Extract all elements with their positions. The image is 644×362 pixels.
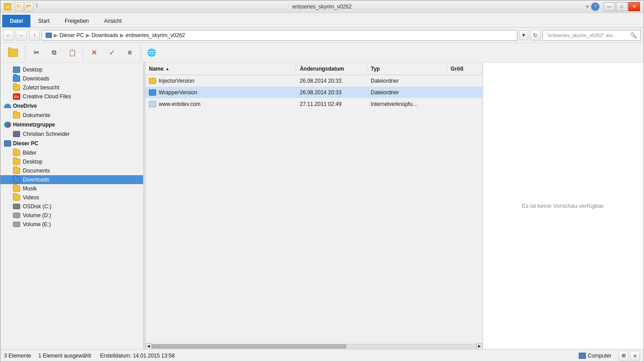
- title-bar-separator: |: [36, 2, 38, 11]
- scroll-thumb[interactable]: [152, 345, 346, 348]
- file-area: Name ▲ Änderungsdatum Typ Größ: [145, 63, 483, 349]
- file-date-injector: 26.08.2014 20:33: [296, 78, 367, 84]
- maximize-button[interactable]: □: [616, 2, 627, 11]
- properties-button[interactable]: ≡: [121, 44, 138, 61]
- tab-freigeben[interactable]: Freigeben: [57, 15, 97, 27]
- sidebar-section-heimnetz[interactable]: Heimnetzgruppe: [0, 120, 143, 130]
- back-button[interactable]: ←: [3, 30, 14, 41]
- status-left: 3 Elemente 1 Element ausgewählt: [4, 353, 91, 359]
- sidebar-item-dokumente[interactable]: Dokumente: [0, 111, 143, 120]
- sidebar-item-videos[interactable]: Videos: [0, 193, 143, 202]
- link-icon: [149, 101, 156, 107]
- folder-up-icon[interactable]: 📂: [25, 2, 34, 11]
- sidebar-item-desktop2-label: Desktop: [23, 159, 42, 165]
- sidebar-item-downloads-pc[interactable]: Downloads: [0, 175, 143, 184]
- tab-datei[interactable]: Datei: [2, 15, 30, 27]
- sidebar-section-onedrive[interactable]: OneDrive: [0, 101, 143, 111]
- file-list: InjectorVersion 26.08.2014 20:33 Dateior…: [145, 75, 483, 343]
- sidebar-item-downloads-quick[interactable]: Downloads: [0, 74, 143, 83]
- sidebar-item-bilder[interactable]: Bilder: [0, 148, 143, 157]
- col-header-type-label: Typ: [371, 66, 380, 72]
- scroll-right-button[interactable]: ▶: [476, 343, 483, 349]
- window: 📁 📁 📂 | enbseries_skyrim_v0262 ▼ ? — □ ✕…: [0, 0, 644, 362]
- col-header-type[interactable]: Typ: [367, 63, 447, 75]
- search-placeholder: "enbseries_skyrim_v0262" dur...: [547, 33, 628, 38]
- delete-button[interactable]: ✕: [85, 44, 102, 61]
- sidebar-item-documents[interactable]: Documents: [0, 166, 143, 175]
- address-dropdown-button[interactable]: ▼: [519, 30, 528, 40]
- window-title: enbseries_skyrim_v0262: [292, 4, 352, 10]
- file-date-enbdev: 27.11.2011 02:49: [296, 101, 367, 107]
- sidebar-item-videos-label: Videos: [23, 194, 39, 201]
- toolbar-row: ✂ ⧉ 📋 ✕ ✓ ≡ 🌐: [0, 43, 644, 63]
- address-bar[interactable]: ▶ Dieser PC ▶ Downloads ▶ enbseries_skyr…: [42, 30, 517, 41]
- sidebar-item-desktop2[interactable]: Desktop: [0, 157, 143, 166]
- col-header-date[interactable]: Änderungsdatum: [296, 63, 367, 75]
- breadcrumb-folder[interactable]: enbseries_skyrim_v0262: [126, 32, 185, 38]
- paste-button[interactable]: 📋: [64, 44, 80, 61]
- details-view-button[interactable]: ≡: [630, 351, 640, 361]
- sidebar-item-desktop[interactable]: Desktop: [0, 65, 143, 74]
- col-header-size[interactable]: Größ: [447, 63, 483, 75]
- chevron-down-btn[interactable]: ▼: [585, 4, 590, 9]
- file-name-wrapper: WrapperVersion: [145, 89, 296, 96]
- search-box[interactable]: "enbseries_skyrim_v0262" dur... 🔍: [542, 30, 641, 41]
- file-type-enbdev: Internetverknüpfu...: [367, 101, 447, 107]
- rename-button[interactable]: ✓: [103, 44, 120, 61]
- copy-button[interactable]: ⧉: [46, 44, 63, 61]
- title-bar-controls: ▼ ? — □ ✕: [585, 2, 640, 11]
- sidebar-item-christian[interactable]: Christian Schneider: [0, 130, 143, 139]
- sidebar-item-musik[interactable]: Musik: [0, 184, 143, 193]
- minimize-button[interactable]: —: [603, 2, 615, 11]
- up-button[interactable]: ↑: [29, 30, 40, 41]
- col-header-name-label: Name: [149, 66, 164, 72]
- delete-icon: ✕: [91, 48, 97, 57]
- sidebar-item-desktop-label: Desktop: [23, 67, 42, 73]
- large-icon-view-button[interactable]: ⊞: [619, 351, 628, 361]
- cut-button[interactable]: ✂: [28, 44, 45, 61]
- volume-d-icon: [13, 213, 20, 218]
- ribbon-tabs: Datei Start Freigeben Ansicht: [0, 13, 644, 27]
- breadcrumb-dieser-pc[interactable]: Dieser PC: [59, 32, 84, 38]
- file-date-wrapper: 26.08.2014 20:33: [296, 89, 367, 96]
- sidebar-item-documents-label: Documents: [23, 168, 50, 174]
- tab-ansicht[interactable]: Ansicht: [97, 15, 129, 27]
- globe-icon: 🌐: [147, 48, 156, 57]
- user-icon: [13, 131, 20, 137]
- sidebar-section-dieser-pc[interactable]: Dieser PC: [0, 139, 143, 148]
- osdisk-icon: [13, 204, 20, 209]
- sidebar-item-volume-d-label: Volume (D:): [23, 212, 51, 219]
- properties-icon: ≡: [127, 49, 131, 57]
- horizontal-scrollbar[interactable]: ◀ ▶: [145, 343, 483, 349]
- sidebar-item-osdisk[interactable]: OSDisk (C:): [0, 202, 143, 211]
- sidebar-item-creative-cloud[interactable]: Cc Creative Cloud Files: [0, 92, 143, 101]
- tab-start[interactable]: Start: [30, 15, 57, 27]
- new-folder-icon[interactable]: 📁: [15, 2, 24, 11]
- scroll-left-button[interactable]: ◀: [145, 343, 152, 349]
- table-row[interactable]: InjectorVersion 26.08.2014 20:33 Dateior…: [145, 75, 483, 87]
- sidebar-item-osdisk-label: OSDisk (C:): [23, 203, 51, 210]
- breadcrumb-downloads[interactable]: Downloads: [92, 32, 118, 38]
- documents-icon: [13, 168, 20, 174]
- title-bar-left: 📁 📁 📂 |: [4, 2, 38, 11]
- forward-button[interactable]: →: [16, 30, 26, 41]
- table-row[interactable]: WrapperVersion 26.08.2014 20:33 Dateiord…: [145, 87, 483, 98]
- scroll-track[interactable]: [152, 344, 476, 349]
- cut-icon: ✂: [34, 48, 39, 57]
- sidebar-item-volume-d[interactable]: Volume (D:): [0, 211, 143, 220]
- open-location-button[interactable]: 🌐: [143, 44, 160, 61]
- col-header-name[interactable]: Name ▲: [145, 63, 296, 75]
- help-button[interactable]: ?: [591, 2, 600, 11]
- heimnetz-icon: [4, 122, 11, 128]
- search-icon[interactable]: 🔍: [630, 32, 637, 38]
- sidebar-item-zuletzt[interactable]: Zuletzt besucht: [0, 83, 143, 92]
- table-row[interactable]: www.enbdev.com 27.11.2011 02:49 Internet…: [145, 98, 483, 110]
- sidebar-item-volume-e[interactable]: Volume (E:): [0, 220, 143, 229]
- preview-text: Es ist keine Vorschau verfügbar.: [522, 202, 605, 209]
- close-button[interactable]: ✕: [628, 2, 640, 11]
- downloads-quick-icon: [13, 76, 20, 82]
- toolbar-separator-1: [25, 45, 25, 60]
- new-folder-button[interactable]: [3, 44, 23, 61]
- refresh-button[interactable]: ↻: [530, 30, 541, 41]
- sidebar-item-downloads-pc-label: Downloads: [23, 177, 49, 183]
